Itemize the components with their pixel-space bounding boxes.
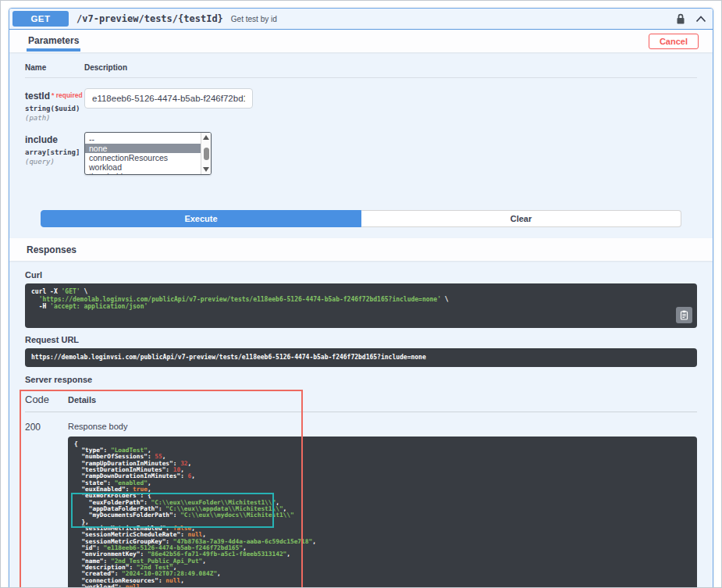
chevron-up-icon (695, 16, 706, 23)
auth-lock-button[interactable] (675, 13, 686, 25)
testid-input[interactable] (84, 88, 253, 109)
scroll-down-icon[interactable] (203, 167, 209, 172)
response-json: { "type": "LoadTest", "numberOfSessions"… (74, 441, 691, 588)
server-response-table: Code Details 200 Response body { "type":… (25, 394, 697, 588)
execute-row: Execute Clear (41, 210, 681, 227)
include-options: --noneconnectionResourcesworkloadthresho… (85, 133, 201, 174)
responses-title: Responses (27, 244, 76, 255)
request-url-value: https://demolab.loginvsi.com/publicApi/v… (31, 354, 426, 361)
param-name: testId (25, 91, 50, 102)
parameters-table: Name Description testId* required string… (9, 52, 713, 238)
response-body-box: { "type": "LoadTest", "numberOfSessions"… (68, 437, 697, 588)
endpoint-summary: Get test by id (231, 15, 277, 23)
curl-copy-button[interactable] (676, 307, 692, 323)
curl-code: curl -X 'GET' \ 'https://demolab.loginvs… (31, 288, 691, 311)
include-option[interactable]: -- (85, 134, 201, 144)
opblock-get: GET /v7-preview/tests/{testId} Get test … (9, 8, 713, 588)
clear-button[interactable]: Clear (361, 210, 681, 227)
get-method-badge: GET (12, 11, 69, 27)
include-listbox[interactable]: --noneconnectionResourcesworkloadthresho… (84, 132, 212, 175)
lock-icon (675, 13, 686, 25)
col-header-description: Description (84, 63, 697, 72)
request-url-box: https://demolab.loginvsi.com/publicApi/v… (25, 348, 697, 367)
param-name: include (25, 134, 58, 145)
param-row-include: include array[string] (query) --noneconn… (25, 122, 697, 175)
param-type: array[string] (25, 148, 84, 156)
include-option[interactable]: connectionResources (85, 153, 201, 162)
execute-button[interactable]: Execute (41, 210, 361, 227)
collapse-button[interactable] (695, 16, 706, 23)
parameters-table-head: Name Description (25, 63, 697, 78)
server-response-table-head: Code Details (25, 394, 697, 412)
param-type: string($uuid) (25, 105, 84, 112)
param-meta: testId* required string($uuid) (path) (25, 88, 84, 122)
tab-parameters[interactable]: Parameters (27, 30, 80, 52)
col-header-name: Name (25, 63, 84, 72)
param-required-badge: * required (52, 91, 83, 99)
swagger-page: GET /v7-preview/tests/{testId} Get test … (0, 0, 722, 588)
responses-body: Curl curl -X 'GET' \ 'https://demolab.lo… (9, 261, 713, 588)
listbox-scrollbar[interactable] (201, 133, 211, 174)
scrollbar-thumb[interactable] (204, 148, 209, 160)
cancel-button[interactable]: Cancel (649, 34, 699, 49)
opblock-summary[interactable]: GET /v7-preview/tests/{testId} Get test … (9, 9, 713, 30)
param-location: (path) (25, 114, 84, 122)
scroll-up-icon[interactable] (203, 135, 209, 140)
responses-header: Responses (9, 238, 713, 261)
param-meta: include array[string] (query) (25, 132, 84, 175)
include-option[interactable]: thresholds (85, 172, 201, 174)
endpoint-path: /v7-preview/tests/{testId} (76, 13, 223, 24)
response-status-code: 200 (25, 422, 68, 588)
col-header-code: Code (25, 394, 68, 405)
request-url-label: Request URL (25, 335, 697, 344)
parameters-header: Parameters Cancel (9, 30, 713, 52)
col-header-details: Details (68, 395, 697, 404)
clipboard-icon (680, 310, 688, 320)
param-location: (query) (25, 158, 84, 166)
include-option[interactable]: none (85, 144, 201, 153)
include-option[interactable]: workload (85, 162, 201, 172)
response-body-label: Response body (68, 422, 697, 431)
curl-label: Curl (25, 270, 697, 280)
param-row-testid: testId* required string($uuid) (path) (25, 78, 697, 122)
server-response-label: Server response (25, 375, 697, 384)
curl-box: curl -X 'GET' \ 'https://demolab.loginvs… (25, 283, 697, 328)
server-response-row: 200 Response body { "type": "LoadTest", … (25, 412, 697, 588)
